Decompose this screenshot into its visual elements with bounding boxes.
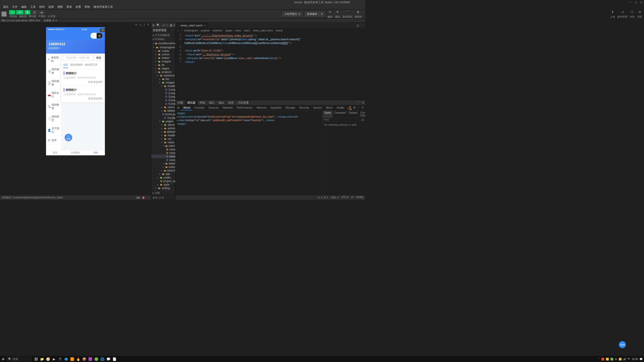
error-count[interactable]: ⊘ 0 — [153, 196, 157, 199]
overlay-tab[interactable]: 按时间倒序 — [70, 63, 83, 68]
tree-item[interactable]: ▸🖿public — [151, 176, 175, 179]
outline-section[interactable]: ▸ 大纲 — [151, 191, 175, 195]
menu-item[interactable]: 工具 — [28, 5, 37, 9]
toolbar-tab-visual[interactable]: ◫ — [31, 10, 37, 15]
project-section[interactable]: ▾ FORMAL — [151, 37, 175, 41]
more-icon[interactable]: ⋮ — [357, 106, 360, 109]
devtools-panel-tab[interactable]: Network — [221, 105, 235, 110]
devtools-top-tab[interactable]: 输出 — [217, 100, 226, 105]
close-icon[interactable]: ✕ — [361, 106, 364, 109]
devtools-panel-tab[interactable]: Audits — [335, 105, 346, 110]
cls-toggle[interactable]: .cls — [360, 118, 364, 121]
toolbar-tab-editor[interactable]: </> — [16, 10, 24, 15]
inspect-icon[interactable]: ⯐ — [176, 106, 181, 109]
tree-item[interactable]: 🗎my.jpg — [151, 116, 175, 119]
keyboard-icon[interactable]: ⌨ — [136, 196, 140, 199]
breadcrumb-segment[interactable]: cate1 — [244, 29, 250, 32]
breadcrumb-segment[interactable]: news — [235, 29, 241, 32]
tree-item[interactable]: ▸🖿pages — [151, 67, 175, 70]
toolbar-tab-debugger[interactable]: ✱ — [24, 10, 30, 15]
tree-item[interactable]: 🗎home.jpg — [151, 112, 175, 116]
devtools-panel-tab[interactable]: Storage — [284, 105, 297, 110]
accounts-icon[interactable]: ⚃ — [174, 24, 176, 27]
tabbar-item[interactable]: 我的 — [94, 151, 98, 154]
tree-item[interactable]: 🗎4.png — [151, 98, 175, 102]
overlay-tab[interactable]: 按时间正序 — [85, 63, 97, 68]
menu-item[interactable]: 视图 — [56, 5, 65, 9]
toolbar-action-编译[interactable]: ⟳编译 — [327, 9, 333, 19]
statusbar-item[interactable]: UTF-8 — [341, 196, 348, 199]
breadcrumb-segment[interactable]: news_cate1.wxml — [253, 29, 273, 32]
close-icon[interactable]: ✕ — [204, 24, 206, 27]
toolbar-tab-simulator[interactable]: ▭ — [9, 10, 15, 15]
menu-item[interactable]: 转到 — [37, 5, 47, 9]
extensions-icon[interactable]: ▦ — [170, 24, 172, 27]
styles-tab[interactable]: Computed — [333, 111, 347, 118]
tree-item[interactable]: 🗎news_cate1.js — [151, 148, 175, 151]
editor-tab-active[interactable]: ▫ news_cate1.wxml ✕ — [176, 23, 209, 28]
date-start-input[interactable]: 开始日期 ~ 结束日期 — [63, 55, 93, 61]
search-button[interactable]: 搜索 — [94, 55, 103, 61]
toolbar-tab-cloud[interactable]: ☁ — [38, 10, 45, 15]
tree-item[interactable]: ▾🖿images — [151, 81, 175, 84]
more-icon[interactable]: ⋯ — [91, 33, 97, 38]
tree-item[interactable]: 🗎project_setting.js — [151, 179, 175, 183]
devtools-top-tab[interactable]: 调试器 — [185, 100, 197, 105]
tree-item[interactable]: ▾🖿epidemic — [151, 74, 175, 77]
menu-item[interactable]: 界面 — [65, 5, 74, 9]
list-item[interactable]: 病情统计◷ 提交时间：2024-01-09 10:25查看/修改资料 — [61, 69, 105, 86]
code-lines[interactable]: <import src="../../../../../tpls/project… — [183, 33, 365, 100]
statusbar-item[interactable]: 行 1, 列 1 — [318, 196, 328, 199]
tree-item[interactable]: ▸🖿my — [151, 137, 175, 141]
more-icon[interactable]: ⋯ — [361, 24, 364, 27]
tree-item[interactable]: ▸🖿cloudfunctions | 当前环境: ... — [151, 41, 175, 46]
devtools-top-tab[interactable]: 代码质量 — [236, 100, 251, 105]
tree-item[interactable]: ▸🖿cmpts — [151, 49, 175, 53]
devtools-panel-tab[interactable]: Sensor — [311, 105, 324, 110]
devtools-panel-tab[interactable]: Performance — [235, 105, 255, 110]
gear-icon[interactable]: ⚙ — [353, 106, 356, 109]
styles-tab[interactable]: Styles — [323, 111, 333, 118]
device-icon[interactable]: ▯ — [144, 23, 145, 26]
mode-select[interactable]: 小程序模式▾ — [282, 12, 302, 17]
tree-item[interactable]: ▸🖿lib — [151, 63, 175, 67]
phone-menu-item[interactable]: 🚗我的出行 — [46, 89, 61, 101]
warning-badge[interactable]: ▲ 58 — [349, 105, 352, 111]
tree-item[interactable]: 🗎2.png — [151, 91, 175, 95]
breadcrumb-segment[interactable]: projects — [201, 29, 210, 32]
phone-menu-item[interactable]: 🩺我的健身 — [46, 65, 61, 77]
tree-item[interactable]: ▸🖿detail — [151, 162, 175, 165]
hot-reload-toggle[interactable]: 热重载 开▾ — [44, 19, 57, 22]
tree-item[interactable]: 🗎1.png — [151, 88, 175, 91]
statusbar-item[interactable]: 空格: 4 — [331, 196, 339, 199]
tree-item[interactable]: ▸🖿tpls — [151, 172, 175, 176]
devtools-panel-tab[interactable]: Memory — [255, 105, 269, 110]
tree-item[interactable]: 🗎news_cate1.wxss — [151, 158, 175, 162]
breadcrumb-segment[interactable]: epidemic — [213, 29, 223, 32]
detach-icon[interactable]: ⇱ — [147, 23, 149, 26]
phone-menu-item[interactable]: ⚙设置 — [46, 136, 61, 145]
more-icon[interactable]: ⋯ — [171, 29, 174, 32]
back-icon[interactable]: ← — [177, 29, 180, 32]
tree-item[interactable]: 🗎5.png — [151, 102, 175, 105]
tree-item[interactable]: ▸🖿health — [151, 133, 175, 137]
devtools-panel-tab[interactable]: Wxml — [181, 105, 192, 110]
toolbar-action-预览[interactable]: 👁预览 — [335, 9, 340, 19]
menu-item[interactable]: 帮助 — [83, 5, 92, 9]
breadcrumb-segment[interactable]: miniprogram — [184, 29, 198, 32]
more-icon[interactable]: ⋯ — [147, 196, 149, 199]
warning-count[interactable]: ⚠ 0 — [159, 196, 164, 199]
breadcrumb-segment[interactable]: import — [276, 29, 283, 32]
target-icon[interactable]: ◎ — [97, 33, 103, 38]
devtools-panel-tab[interactable]: Mock — [324, 105, 335, 110]
phone-menu-item[interactable]: 👤关于我们 — [46, 124, 61, 136]
phone-menu-item[interactable]: 🔍我的检查 — [46, 101, 61, 113]
breadcrumb-segment[interactable]: pages — [225, 29, 232, 32]
compile-select[interactable]: 普通编译▾ — [305, 12, 325, 17]
forward-icon[interactable]: → — [181, 29, 183, 32]
refresh-icon[interactable]: ⟳ — [135, 23, 137, 26]
devtools-top-tab[interactable]: 端口 — [207, 100, 217, 105]
tree-item[interactable]: ▸🖿index — [151, 165, 175, 169]
devtools-panel-tab[interactable]: Sources — [207, 105, 221, 110]
stop-icon[interactable]: ◻ — [139, 23, 142, 26]
